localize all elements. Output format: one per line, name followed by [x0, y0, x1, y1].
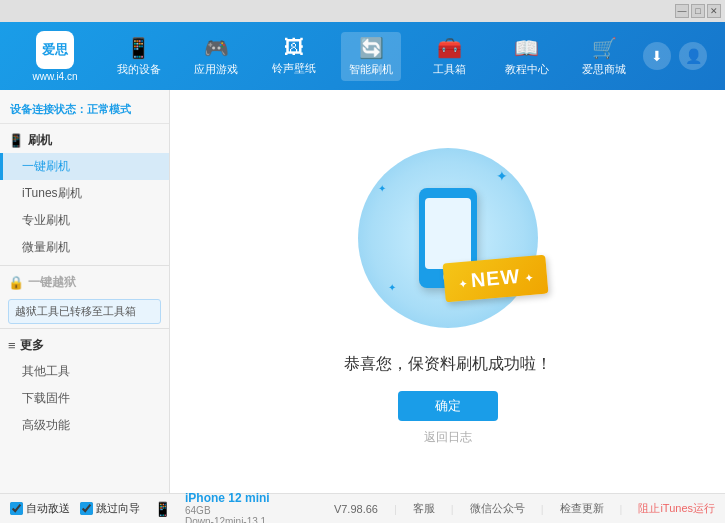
device-storage: 64GB: [185, 505, 270, 516]
sidebar-item-pro-flash[interactable]: 专业刷机: [0, 207, 169, 234]
sidebar-divider-2: [0, 328, 169, 329]
sparkle-2: ✦: [378, 183, 386, 194]
nav-item-apps-games[interactable]: 🎮 应用游戏: [186, 32, 246, 81]
nav-items: 📱 我的设备 🎮 应用游戏 🖼 铃声壁纸 🔄 智能刷机 🧰 工具箱 📖 教程中心…: [100, 32, 643, 81]
bottom-bar: 自动敌送 跳过向导 📱 iPhone 12 mini 64GB Down-12m…: [0, 493, 725, 523]
jailbreak-group-label: 一键越狱: [28, 274, 76, 291]
sidebar: 设备连接状态：正常模式 📱 刷机 一键刷机 iTunes刷机 专业刷机 微量刷机…: [0, 90, 170, 493]
main-area: 设备连接状态：正常模式 📱 刷机 一键刷机 iTunes刷机 专业刷机 微量刷机…: [0, 90, 725, 493]
sidebar-item-download-firmware[interactable]: 下载固件: [0, 385, 169, 412]
sidebar-divider-1: [0, 265, 169, 266]
status-value: 正常模式: [87, 103, 131, 115]
circle-background: ✦ ✦ ✦ NEW: [358, 148, 538, 328]
wechat-link[interactable]: 微信公众号: [470, 501, 525, 516]
flash-group-label: 刷机: [28, 132, 52, 149]
logo-icon: 爱思: [36, 31, 74, 69]
logo-area: 爱思 www.i4.cn: [10, 31, 100, 82]
version-label: V7.98.66: [334, 503, 378, 515]
auto-send-checkbox[interactable]: 自动敌送: [10, 501, 70, 516]
more-group-label: 更多: [20, 337, 44, 354]
content-area: ✦ ✦ ✦ NEW 恭喜您，保资料刷机成功啦！ 确定 返回日志: [170, 90, 725, 493]
toolbox-label: 工具箱: [433, 62, 466, 77]
auto-send-label: 自动敌送: [26, 501, 70, 516]
wallpaper-label: 铃声壁纸: [272, 61, 316, 76]
confirm-button[interactable]: 确定: [398, 391, 498, 421]
smart-flash-label: 智能刷机: [349, 62, 393, 77]
check-update-link[interactable]: 检查更新: [560, 501, 604, 516]
itunes-notice: 阻止iTunes运行: [638, 501, 715, 516]
more-group-icon: ≡: [8, 338, 16, 353]
device-block: 📱 iPhone 12 mini 64GB Down-12mini-13,1: [154, 491, 270, 524]
skip-wizard-checkbox[interactable]: 跳过向导: [80, 501, 140, 516]
shop-label: 爱思商城: [582, 62, 626, 77]
back-to-log-link[interactable]: 返回日志: [424, 429, 472, 446]
wallpaper-icon: 🖼: [284, 36, 304, 59]
maximize-button[interactable]: □: [691, 4, 705, 18]
device-name: iPhone 12 mini: [185, 491, 270, 505]
my-device-icon: 📱: [126, 36, 151, 60]
skip-wizard-input[interactable]: [80, 502, 93, 515]
phone-screen: [425, 198, 471, 269]
jailbreak-group-icon: 🔒: [8, 275, 24, 290]
success-illustration: ✦ ✦ ✦ NEW: [348, 138, 548, 338]
success-message: 恭喜您，保资料刷机成功啦！: [344, 354, 552, 375]
shop-icon: 🛒: [592, 36, 617, 60]
device-info: iPhone 12 mini 64GB Down-12mini-13,1: [185, 491, 270, 524]
close-button[interactable]: ✕: [707, 4, 721, 18]
sidebar-group-jailbreak: 🔒 一键越狱: [0, 270, 169, 295]
sidebar-group-more: ≡ 更多: [0, 333, 169, 358]
skip-wizard-label: 跳过向导: [96, 501, 140, 516]
logo-text-icon: 爱思: [42, 41, 68, 59]
sidebar-item-save-data-flash[interactable]: 微量刷机: [0, 234, 169, 261]
user-button[interactable]: 👤: [679, 42, 707, 70]
jailbreak-notice: 越狱工具已转移至工具箱: [8, 299, 161, 324]
connection-status: 设备连接状态：正常模式: [0, 98, 169, 124]
sidebar-group-flash: 📱 刷机: [0, 128, 169, 153]
tutorial-icon: 📖: [514, 36, 539, 60]
minimize-button[interactable]: —: [675, 4, 689, 18]
auto-send-input[interactable]: [10, 502, 23, 515]
sidebar-item-other-tools[interactable]: 其他工具: [0, 358, 169, 385]
nav-item-wallpaper[interactable]: 🖼 铃声壁纸: [264, 32, 324, 80]
bottom-left: 自动敌送 跳过向导 📱 iPhone 12 mini 64GB Down-12m…: [10, 491, 334, 524]
sidebar-item-one-click-flash[interactable]: 一键刷机: [0, 153, 169, 180]
apps-games-label: 应用游戏: [194, 62, 238, 77]
smart-flash-icon: 🔄: [359, 36, 384, 60]
header: 爱思 www.i4.cn 📱 我的设备 🎮 应用游戏 🖼 铃声壁纸 🔄 智能刷机…: [0, 22, 725, 90]
device-system: Down-12mini-13,1: [185, 516, 270, 524]
new-badge: NEW: [443, 254, 549, 302]
nav-item-my-device[interactable]: 📱 我的设备: [109, 32, 169, 81]
nav-item-shop[interactable]: 🛒 爱思商城: [574, 32, 634, 81]
nav-item-toolbox[interactable]: 🧰 工具箱: [419, 32, 479, 81]
header-right: ⬇ 👤: [643, 42, 715, 70]
tutorial-label: 教程中心: [505, 62, 549, 77]
flash-group-icon: 📱: [8, 133, 24, 148]
bottom-right: V7.98.66 | 客服 | 微信公众号 | 检查更新 | 阻止iTunes运…: [334, 501, 715, 516]
nav-item-smart-flash[interactable]: 🔄 智能刷机: [341, 32, 401, 81]
apps-games-icon: 🎮: [204, 36, 229, 60]
download-button[interactable]: ⬇: [643, 42, 671, 70]
logo-url: www.i4.cn: [32, 71, 77, 82]
toolbox-icon: 🧰: [437, 36, 462, 60]
my-device-label: 我的设备: [117, 62, 161, 77]
status-label: 设备连接状态：: [10, 103, 87, 115]
nav-item-tutorial[interactable]: 📖 教程中心: [497, 32, 557, 81]
sparkle-3: ✦: [388, 282, 396, 293]
title-bar: — □ ✕: [0, 0, 725, 22]
sparkle-1: ✦: [496, 168, 508, 184]
device-icon: 📱: [154, 501, 171, 517]
sidebar-item-advanced[interactable]: 高级功能: [0, 412, 169, 439]
sidebar-item-itunes-flash[interactable]: iTunes刷机: [0, 180, 169, 207]
customer-service-link[interactable]: 客服: [413, 501, 435, 516]
